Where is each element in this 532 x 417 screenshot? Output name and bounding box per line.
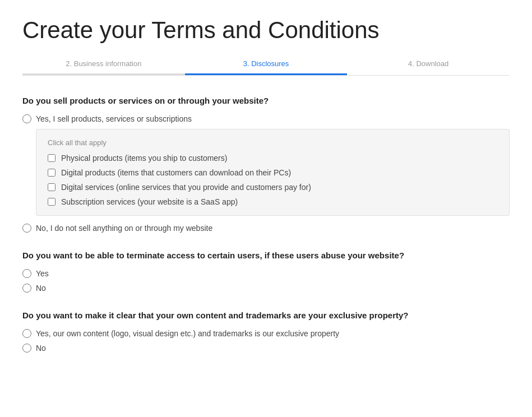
cb2-option[interactable]: Digital products (items that customers c… [48, 168, 498, 177]
question-1-section: Do you sell products or services on or t… [22, 96, 510, 233]
cb3-label: Digital services (online services that y… [61, 183, 311, 192]
cb1-option[interactable]: Physical products (items you ship to cus… [48, 154, 498, 163]
q3-no-option[interactable]: No [22, 344, 510, 353]
q2-yes-radio[interactable] [22, 269, 31, 278]
step-3[interactable]: 3. Disclosures [185, 59, 348, 75]
cb4-label: Subscription services (your website is a… [61, 197, 238, 206]
q1-yes-option[interactable]: Yes, I sell products, services or subscr… [22, 114, 510, 123]
q3-no-label: No [36, 344, 46, 353]
question-2-text: Do you want to be able to terminate acce… [22, 251, 510, 260]
q2-yes-option[interactable]: Yes [22, 269, 510, 278]
question-3-section: Do you want to make it clear that your o… [22, 311, 510, 353]
step-4[interactable]: 4. Download [347, 59, 510, 75]
cb2-label: Digital products (items that customers c… [61, 168, 291, 177]
q3-no-radio[interactable] [22, 344, 31, 353]
step-4-label: 4. Download [408, 59, 448, 68]
q2-no-radio[interactable] [22, 284, 31, 293]
q2-yes-label: Yes [36, 269, 49, 278]
q1-subgroup-label: Click all that apply [48, 138, 498, 147]
cb1-label: Physical products (items you ship to cus… [61, 154, 227, 163]
q1-no-option[interactable]: No, I do not sell anything on or through… [22, 224, 510, 233]
step-2[interactable]: 2. Business information [22, 59, 185, 75]
step-2-label: 2. Business information [66, 59, 141, 68]
page-title: Create your Terms and Conditions [22, 17, 510, 44]
q1-yes-radio[interactable] [22, 114, 31, 123]
stepper: 2. Business information 3. Disclosures 4… [22, 59, 510, 76]
q1-yes-label: Yes, I sell products, services or subscr… [36, 114, 192, 123]
q2-no-option[interactable]: No [22, 284, 510, 293]
q3-yes-radio[interactable] [22, 329, 31, 338]
question-3-text: Do you want to make it clear that your o… [22, 311, 510, 320]
step-3-label: 3. Disclosures [243, 59, 289, 68]
question-1-text: Do you sell products or services on or t… [22, 96, 510, 105]
cb4-checkbox[interactable] [48, 198, 55, 206]
q2-no-label: No [36, 284, 46, 293]
q1-no-radio[interactable] [22, 224, 31, 233]
q1-no-label: No, I do not sell anything on or through… [36, 224, 212, 233]
cb3-option[interactable]: Digital services (online services that y… [48, 183, 498, 192]
cb3-checkbox[interactable] [48, 183, 55, 191]
q1-subgroup: Click all that apply Physical products (… [36, 129, 510, 216]
q3-yes-option[interactable]: Yes, our own content (logo, visual desig… [22, 329, 510, 338]
cb4-option[interactable]: Subscription services (your website is a… [48, 197, 498, 206]
cb2-checkbox[interactable] [48, 169, 55, 177]
question-2-section: Do you want to be able to terminate acce… [22, 251, 510, 293]
q3-yes-label: Yes, our own content (logo, visual desig… [36, 329, 339, 338]
cb1-checkbox[interactable] [48, 154, 55, 162]
